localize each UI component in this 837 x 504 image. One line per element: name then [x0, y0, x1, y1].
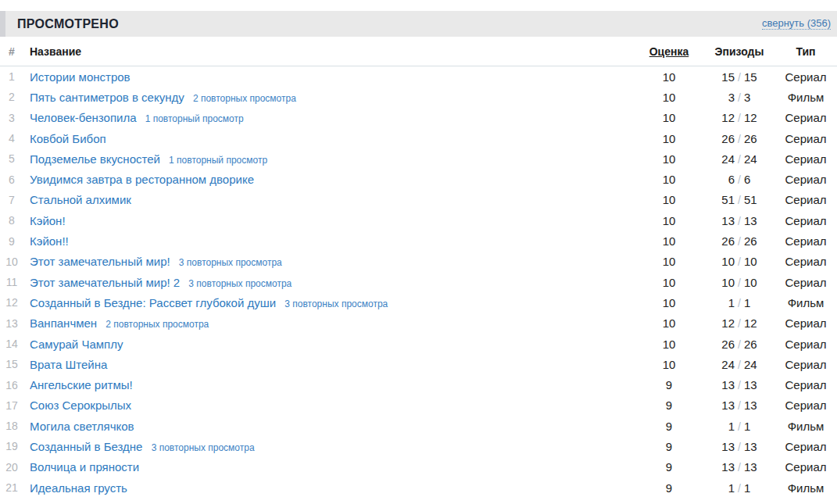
- score-value: 10: [634, 70, 704, 84]
- episodes-separator: /: [738, 71, 741, 84]
- score-value: 10: [634, 193, 704, 206]
- episodes-watched: 10: [721, 255, 735, 268]
- row-number: 11: [0, 276, 23, 288]
- row-number: 13: [0, 317, 23, 330]
- row-name-cell: Кэйон!: [30, 214, 634, 227]
- episodes-total: 10: [744, 255, 757, 268]
- episodes-cell: 13/13: [704, 440, 774, 453]
- row-number: 16: [0, 379, 23, 391]
- episodes-separator: /: [738, 256, 741, 268]
- rewatch-note: 3 повторных просмотра: [284, 298, 388, 309]
- score-value: 10: [634, 276, 704, 289]
- episodes-cell: 26/26: [704, 234, 774, 248]
- anime-title-link[interactable]: Волчица и пряности: [30, 460, 139, 474]
- episodes-separator: /: [738, 133, 741, 145]
- episodes-watched: 1: [728, 420, 735, 433]
- anime-title-link[interactable]: Человек-бензопила: [30, 111, 137, 124]
- score-value: 9: [634, 460, 704, 474]
- anime-type: Сериал: [774, 214, 837, 227]
- anime-title-link[interactable]: Идеальная грусть: [30, 481, 127, 495]
- anime-row: 7 Стальной алхимик 10 51/51 Сериал: [0, 190, 837, 210]
- anime-title-link[interactable]: Пять сантиметров в секунду: [30, 91, 184, 104]
- episodes-cell: 13/13: [704, 460, 774, 474]
- score-value: 10: [634, 111, 704, 124]
- episodes-watched: 24: [721, 152, 735, 166]
- anime-row: 17 Союз Серокрылых 9 13/13 Сериал: [0, 395, 837, 416]
- row-number: 5: [0, 152, 23, 165]
- row-name-cell: Союз Серокрылых: [30, 399, 634, 412]
- panel-accent-bar: [0, 11, 5, 37]
- anime-row: 8 Кэйон! 10 13/13 Сериал: [0, 210, 837, 231]
- row-number: 14: [0, 338, 23, 350]
- episodes-separator: /: [738, 399, 741, 412]
- anime-title-link[interactable]: Этот замечательный мир!: [30, 255, 170, 268]
- row-name-cell: Пять сантиметров в секунду 2 повторных п…: [30, 91, 634, 104]
- episodes-watched: 24: [721, 358, 735, 371]
- rewatch-note: 3 повторных просмотра: [179, 257, 282, 268]
- episodes-total: 51: [744, 193, 757, 206]
- episodes-separator: /: [738, 420, 741, 433]
- episodes-total: 3: [744, 91, 750, 104]
- episodes-separator: /: [738, 317, 741, 330]
- episodes-cell: 10/10: [704, 276, 774, 289]
- anime-title-link[interactable]: Этот замечательный мир! 2: [30, 276, 180, 289]
- episodes-watched: 13: [721, 399, 735, 412]
- row-number: 3: [0, 112, 23, 124]
- row-name-cell: Этот замечательный мир! 3 повторных прос…: [30, 255, 634, 268]
- anime-title-link[interactable]: Созданный в Бездне: Рассвет глубокой душ…: [30, 296, 276, 309]
- anime-title-link[interactable]: Самурай Чамплу: [30, 338, 123, 351]
- anime-type: Сериал: [774, 255, 837, 268]
- column-header-name[interactable]: Название: [30, 45, 634, 58]
- column-header-type[interactable]: Тип: [774, 45, 837, 58]
- anime-title-link[interactable]: Стальной алхимик: [30, 193, 131, 206]
- score-value: 9: [634, 378, 704, 391]
- column-header-episodes[interactable]: Эпизоды: [704, 45, 774, 58]
- anime-title-link[interactable]: Увидимся завтра в ресторанном дворике: [30, 173, 254, 186]
- episodes-total: 10: [744, 276, 757, 289]
- panel-header: ПРОСМОТРЕНО свернуть (356): [0, 11, 837, 37]
- score-value: 10: [634, 296, 704, 309]
- episodes-total: 1: [744, 481, 750, 495]
- anime-title-link[interactable]: Кэйон!: [30, 214, 66, 227]
- episodes-total: 13: [744, 460, 757, 474]
- score-value: 10: [634, 316, 704, 330]
- episodes-cell: 1/1: [704, 481, 774, 495]
- episodes-separator: /: [738, 112, 741, 124]
- anime-title-link[interactable]: Союз Серокрылых: [30, 399, 131, 412]
- anime-row: 18 Могила светлячков 9 1/1 Фильм: [0, 416, 837, 436]
- episodes-separator: /: [738, 338, 741, 351]
- episodes-watched: 13: [721, 378, 735, 391]
- score-value: 10: [634, 152, 704, 166]
- anime-type: Сериал: [774, 152, 837, 166]
- anime-title-link[interactable]: Врата Штейна: [30, 358, 107, 371]
- anime-title-link[interactable]: Истории монстров: [30, 70, 131, 84]
- episodes-cell: 13/13: [704, 399, 774, 412]
- episodes-cell: 6/6: [704, 173, 774, 186]
- anime-row: 10 Этот замечательный мир! 3 повторных п…: [0, 252, 837, 272]
- anime-title-link[interactable]: Созданный в Бездне: [30, 440, 142, 453]
- score-value: 9: [634, 481, 704, 495]
- episodes-separator: /: [738, 441, 741, 453]
- column-header-score-sort[interactable]: Оценка: [634, 45, 704, 58]
- row-name-cell: Волчица и пряности: [30, 460, 634, 474]
- anime-title-link[interactable]: Подземелье вкусностей: [30, 152, 160, 166]
- episodes-watched: 6: [728, 173, 735, 186]
- anime-type: Сериал: [774, 399, 837, 412]
- anime-row: 16 Ангельские ритмы! 9 13/13 Сериал: [0, 374, 837, 395]
- anime-title-link[interactable]: Ковбой Бибоп: [30, 132, 106, 145]
- episodes-total: 13: [744, 378, 757, 391]
- row-name-cell: Самурай Чамплу: [30, 338, 634, 351]
- episodes-watched: 13: [721, 460, 735, 474]
- anime-title-link[interactable]: Ангельские ритмы!: [30, 378, 133, 391]
- anime-row: 12 Созданный в Бездне: Рассвет глубокой …: [0, 292, 837, 313]
- anime-title-link[interactable]: Могила светлячков: [30, 420, 134, 433]
- anime-title-link[interactable]: Кэйон!!: [30, 234, 69, 248]
- collapse-link[interactable]: свернуть (356): [762, 18, 831, 30]
- anime-title-link[interactable]: Ванпанчмен: [30, 316, 97, 330]
- anime-row: 6 Увидимся завтра в ресторанном дворике …: [0, 169, 837, 189]
- score-value: 10: [634, 214, 704, 227]
- episodes-watched: 26: [721, 132, 735, 145]
- episodes-total: 26: [744, 338, 757, 351]
- episodes-watched: 12: [721, 111, 735, 124]
- rewatch-note: 3 повторных просмотра: [152, 442, 255, 453]
